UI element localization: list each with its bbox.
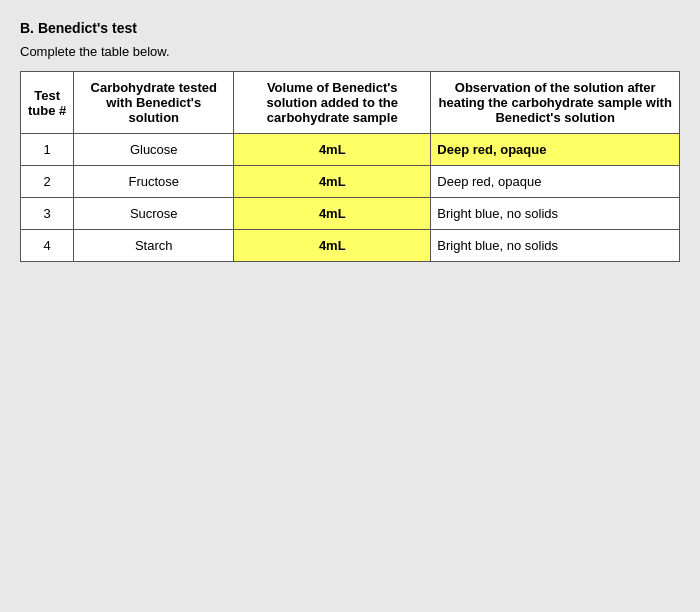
col-header-observation: Observation of the solution after heatin…: [431, 72, 680, 134]
col-header-carbohydrate: Carbohydrate tested with Benedict's solu…: [74, 72, 234, 134]
cell-volume: 4mL: [234, 198, 431, 230]
table-row: 3Sucrose4mLBright blue, no solids: [21, 198, 680, 230]
cell-observation: Bright blue, no solids: [431, 230, 680, 262]
cell-tube-number: 1: [21, 134, 74, 166]
cell-carbohydrate: Fructose: [74, 166, 234, 198]
table-header-row: Test tube # Carbohydrate tested with Ben…: [21, 72, 680, 134]
cell-carbohydrate: Starch: [74, 230, 234, 262]
instruction: Complete the table below.: [20, 44, 680, 59]
table-row: 2Fructose4mLDeep red, opaque: [21, 166, 680, 198]
cell-observation: Bright blue, no solids: [431, 198, 680, 230]
col-header-tube: Test tube #: [21, 72, 74, 134]
table-row: 4Starch4mLBright blue, no solids: [21, 230, 680, 262]
cell-carbohydrate: Glucose: [74, 134, 234, 166]
cell-tube-number: 3: [21, 198, 74, 230]
section-title: B. Benedict's test: [20, 20, 680, 36]
cell-carbohydrate: Sucrose: [74, 198, 234, 230]
cell-volume: 4mL: [234, 134, 431, 166]
benedicts-test-table: Test tube # Carbohydrate tested with Ben…: [20, 71, 680, 262]
cell-volume: 4mL: [234, 230, 431, 262]
cell-observation: Deep red, opaque: [431, 134, 680, 166]
cell-volume: 4mL: [234, 166, 431, 198]
cell-tube-number: 2: [21, 166, 74, 198]
table-row: 1Glucose4mLDeep red, opaque: [21, 134, 680, 166]
col-header-volume: Volume of Benedict's solution added to t…: [234, 72, 431, 134]
cell-observation: Deep red, opaque: [431, 166, 680, 198]
cell-tube-number: 4: [21, 230, 74, 262]
